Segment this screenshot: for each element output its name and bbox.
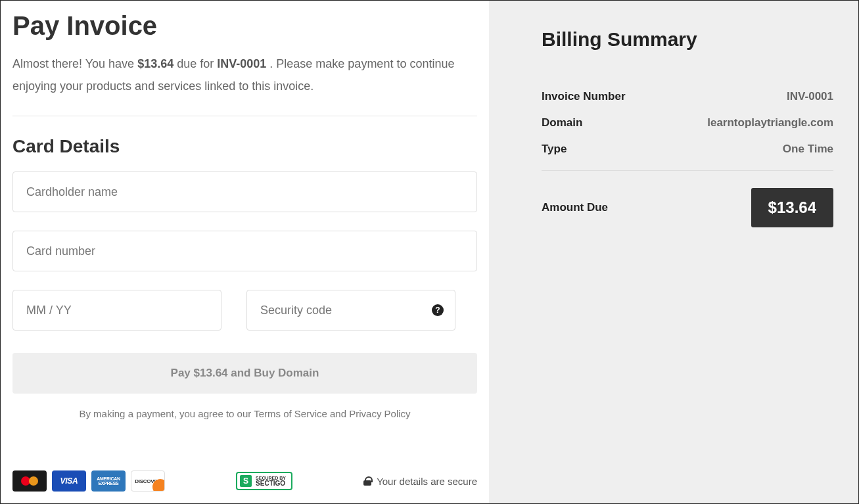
billing-summary-heading: Billing Summary: [542, 28, 833, 51]
summary-row-domain: Domain learntoplaytriangle.com: [542, 116, 833, 129]
secure-note-text: Your details are secure: [377, 476, 477, 487]
intro-invoice: INV-0001: [217, 57, 266, 70]
billing-divider: [542, 170, 833, 171]
pay-button[interactable]: Pay $13.64 and Buy Domain: [12, 353, 477, 394]
cardholder-name-input[interactable]: [12, 172, 477, 212]
accepted-cards: VISA AMERICAN EXPRESS DISCOVER: [12, 470, 165, 492]
section-divider: [12, 116, 477, 116]
cvv-field-wrapper: ?: [246, 290, 455, 331]
amount-due-row: Amount Due $13.64: [542, 188, 833, 227]
card-details-heading: Card Details: [12, 136, 477, 157]
expiry-cvv-row: ?: [12, 290, 477, 331]
intro-mid: due for: [174, 57, 217, 70]
invoice-payment-page: Pay Invoice Almost there! You have $13.6…: [0, 0, 859, 504]
terms-agreement-text: By making a payment, you agree to our Te…: [12, 408, 477, 419]
mastercard-icon: [12, 470, 47, 492]
summary-value: One Time: [783, 143, 833, 156]
amount-due-badge: $13.64: [751, 188, 833, 227]
card-cvv-input[interactable]: [246, 290, 455, 331]
intro-prefix: Almost there! You have: [12, 57, 137, 70]
footer-row: VISA AMERICAN EXPRESS DISCOVER S SECURED…: [12, 470, 477, 492]
card-number-input[interactable]: [12, 231, 477, 271]
cvv-help-icon[interactable]: ?: [432, 304, 444, 316]
card-expiry-input[interactable]: [12, 290, 221, 331]
sectigo-mark-icon: S: [240, 475, 252, 487]
sectigo-secure-badge: S SECURED BY SECTIGO: [236, 472, 292, 490]
intro-amount: $13.64: [137, 57, 174, 70]
summary-row-type: Type One Time: [542, 143, 833, 156]
visa-icon: VISA: [52, 470, 86, 492]
amex-icon: AMERICAN EXPRESS: [91, 470, 126, 492]
summary-value: learntoplaytriangle.com: [707, 116, 833, 129]
intro-text: Almost there! You have $13.64 due for IN…: [12, 53, 477, 97]
discover-icon: DISCOVER: [131, 470, 165, 492]
sectigo-text: SECURED BY SECTIGO: [256, 476, 286, 487]
payment-form-panel: Pay Invoice Almost there! You have $13.6…: [1, 1, 489, 503]
secure-note: Your details are secure: [363, 476, 477, 487]
summary-label: Invoice Number: [542, 90, 626, 103]
page-title: Pay Invoice: [12, 11, 477, 41]
billing-summary-panel: Billing Summary Invoice Number INV-0001 …: [489, 1, 858, 503]
summary-label: Domain: [542, 116, 582, 129]
summary-label: Type: [542, 143, 567, 156]
summary-value: INV-0001: [787, 90, 833, 103]
lock-icon: [363, 476, 371, 486]
summary-row-invoice: Invoice Number INV-0001: [542, 90, 833, 103]
amount-due-label: Amount Due: [542, 201, 608, 214]
